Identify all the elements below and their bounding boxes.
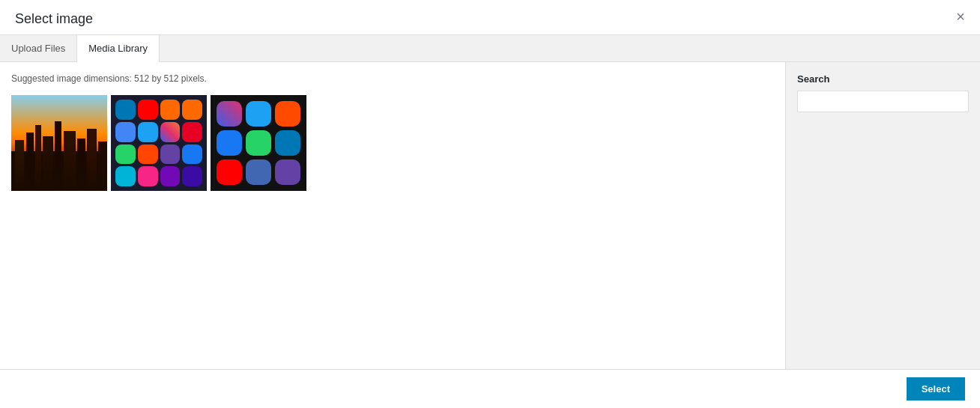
app-icon xyxy=(160,166,181,186)
svg-rect-1 xyxy=(11,95,107,191)
app-icon xyxy=(138,100,158,120)
app-icon xyxy=(182,166,202,186)
app-icon xyxy=(182,144,202,165)
app-icon xyxy=(182,100,202,120)
media-item[interactable] xyxy=(111,95,207,191)
social-icon xyxy=(275,130,300,156)
apps-image xyxy=(111,95,207,191)
search-input[interactable] xyxy=(797,91,969,112)
social-icon xyxy=(246,159,271,185)
app-icon xyxy=(182,122,202,142)
svg-rect-4 xyxy=(26,133,34,191)
app-icon xyxy=(160,122,181,142)
app-icon xyxy=(138,122,158,142)
close-button[interactable]: × xyxy=(952,9,969,24)
suggested-dimensions-text: Suggested image dimensions: 512 by 512 p… xyxy=(11,73,774,84)
media-grid xyxy=(11,95,774,191)
social-icon xyxy=(217,130,242,156)
svg-rect-3 xyxy=(15,140,24,191)
social-icon xyxy=(275,159,300,185)
tab-media-library[interactable]: Media Library xyxy=(77,35,160,62)
dialog-title: Select image xyxy=(15,11,93,34)
social-icon xyxy=(217,101,242,127)
app-icon xyxy=(160,100,181,120)
select-image-dialog: Select image × Upload Files Media Librar… xyxy=(0,0,980,408)
social-icon xyxy=(275,101,300,127)
dialog-footer: Select xyxy=(0,369,980,408)
app-icon xyxy=(160,144,181,165)
media-item[interactable] xyxy=(11,95,107,191)
dialog-header: Select image × xyxy=(0,0,980,35)
svg-rect-5 xyxy=(35,125,41,191)
app-icon xyxy=(115,122,136,142)
app-icon xyxy=(115,100,136,120)
svg-rect-6 xyxy=(43,136,53,191)
dialog-body: Suggested image dimensions: 512 by 512 p… xyxy=(0,62,980,369)
social-icon xyxy=(246,101,271,127)
city-image xyxy=(11,95,107,191)
app-icon xyxy=(115,166,136,186)
social-icon xyxy=(246,130,271,156)
sidebar: Search xyxy=(785,62,980,369)
app-icon xyxy=(138,144,158,165)
svg-rect-2 xyxy=(11,151,107,191)
social-image xyxy=(211,95,306,191)
tabs-bar: Upload Files Media Library xyxy=(0,35,980,62)
app-icon xyxy=(115,144,136,165)
social-icon xyxy=(217,159,242,185)
media-area: Suggested image dimensions: 512 by 512 p… xyxy=(0,62,785,369)
select-button[interactable]: Select xyxy=(907,377,965,401)
tab-upload-files[interactable]: Upload Files xyxy=(0,35,77,61)
media-item[interactable] xyxy=(211,95,306,191)
svg-rect-9 xyxy=(77,138,85,191)
svg-rect-11 xyxy=(98,141,107,191)
app-icon xyxy=(138,166,158,186)
svg-rect-8 xyxy=(64,131,76,191)
svg-rect-7 xyxy=(55,121,61,191)
search-label: Search xyxy=(797,73,969,85)
city-svg xyxy=(11,95,107,191)
svg-rect-10 xyxy=(87,129,97,191)
